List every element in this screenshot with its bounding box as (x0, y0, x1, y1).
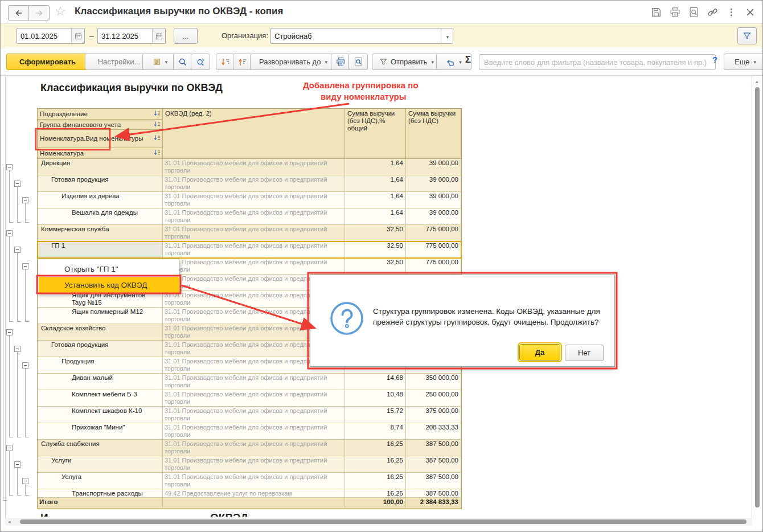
total-row[interactable]: Итого100,002 384 833,33 (38, 498, 461, 509)
sort-icon[interactable] (154, 134, 161, 141)
report-variant-button[interactable] (142, 54, 178, 70)
horizontal-scrollbar[interactable]: ◂ (5, 518, 752, 526)
name-cell[interactable]: ГП 1 (38, 242, 163, 258)
column-header-2[interactable]: Сумма выручки (без НДС) (406, 109, 461, 159)
print-button[interactable] (669, 6, 680, 18)
calendar-icon[interactable] (71, 29, 84, 43)
row-header-3[interactable]: Номенклатура (38, 148, 163, 159)
table-row[interactable]: Комплект шкафов К-1031.01 Производство м… (38, 407, 461, 423)
name-cell[interactable]: Услуга (38, 473, 163, 489)
get-link-button[interactable] (707, 6, 718, 18)
calendar-icon[interactable] (152, 29, 165, 43)
collapse-toggle-icon[interactable] (6, 445, 13, 451)
name-cell[interactable]: Ящик полимерный М12 (38, 308, 163, 324)
collapse-toggle-icon[interactable] (14, 346, 20, 352)
collapse-toggle-icon[interactable] (22, 362, 28, 369)
sort-icon[interactable] (154, 121, 161, 128)
sort-icon[interactable] (154, 149, 161, 156)
column-header-1[interactable]: Сумма выручки (без НДС),% общий (345, 109, 406, 159)
organization-field[interactable] (270, 28, 442, 44)
date-from-field[interactable] (17, 28, 85, 44)
collapse-groups-button[interactable] (216, 54, 235, 70)
name-cell[interactable]: Услуги (38, 456, 163, 473)
menu-item-set-okved[interactable]: Установить код ОКВЭД (39, 277, 179, 293)
table-row[interactable]: Прихожая "Мини"31.01 Производство мебели… (38, 423, 461, 440)
name-cell[interactable]: Прихожая "Мини" (38, 423, 163, 440)
collapse-toggle-icon[interactable] (14, 247, 20, 253)
forward-button[interactable] (28, 5, 50, 21)
print-preview-button[interactable] (688, 6, 699, 18)
expand-groups-button[interactable] (233, 54, 252, 70)
scroll-up-arrow-icon[interactable]: ▴ (756, 79, 758, 84)
expand-to-button[interactable]: Разворачивать до (250, 54, 337, 70)
search-next-button[interactable] (191, 54, 210, 70)
yes-button[interactable]: Да (519, 344, 560, 361)
date-to-input[interactable] (98, 32, 152, 40)
collapse-toggle-icon[interactable] (6, 164, 13, 170)
row-header-2[interactable]: Номенклатура.Вид номенклатуры (38, 130, 163, 148)
help-button[interactable]: ? (712, 55, 717, 64)
print-report-button[interactable] (331, 54, 350, 70)
table-row[interactable]: Служба снабжения31.01 Производство мебел… (38, 440, 461, 456)
name-cell[interactable]: Изделия из дерева (38, 192, 163, 208)
column-header-0[interactable]: ОКВЭД (ред. 2) (163, 109, 345, 159)
vertical-scrollbar[interactable]: ▴ (753, 77, 762, 526)
back-button[interactable] (8, 5, 29, 21)
collapse-toggle-icon[interactable] (22, 263, 28, 269)
no-button[interactable]: Нет (565, 345, 604, 361)
name-cell[interactable]: Транспортные расходы (38, 489, 163, 498)
search-button[interactable] (173, 54, 192, 70)
table-row[interactable]: Комплект мебели Б-331.01 Производство ме… (38, 390, 461, 407)
table-row[interactable]: Коммерческая служба31.01 Производство ме… (38, 225, 461, 242)
date-to-field[interactable] (97, 28, 166, 44)
name-cell[interactable]: Вешалка для одежды (38, 208, 163, 225)
table-row[interactable]: Дирекция31.01 Производство мебели для оф… (38, 159, 461, 175)
send-button[interactable]: Отправить (372, 54, 441, 70)
more-menu-button[interactable] (725, 6, 737, 18)
collapse-toggle-icon[interactable] (6, 329, 13, 335)
name-cell[interactable]: Комплект мебели Б-3 (38, 390, 163, 407)
collapse-toggle-icon[interactable] (14, 461, 20, 468)
table-row[interactable]: Услуга31.01 Производство мебели для офис… (38, 473, 461, 489)
name-cell[interactable]: Продукция (38, 357, 163, 374)
close-button[interactable] (744, 6, 756, 18)
collapse-toggle-icon[interactable] (22, 478, 28, 484)
sort-icon[interactable] (154, 110, 161, 117)
save-button[interactable] (650, 6, 662, 18)
table-row[interactable]: Услуги31.01 Производство мебели для офис… (38, 456, 461, 473)
table-row[interactable]: Диван малый31.01 Производство мебели для… (38, 374, 461, 390)
name-cell[interactable]: Служба снабжения (38, 440, 163, 456)
horizontal-scroll-thumb[interactable] (20, 519, 746, 524)
table-row[interactable]: Готовая продукция31.01 Производство мебе… (38, 175, 461, 192)
name-cell[interactable]: Готовая продукция (38, 341, 163, 357)
preview-report-button[interactable] (348, 54, 368, 70)
date-from-input[interactable] (17, 32, 71, 40)
period-more-button[interactable]: ... (174, 28, 198, 44)
collapse-toggle-icon[interactable] (6, 230, 13, 236)
organization-dropdown-button[interactable] (441, 28, 453, 44)
vertical-scroll-thumb[interactable] (755, 87, 760, 508)
row-header-1[interactable]: Группа финансового учета (38, 120, 163, 130)
collapse-toggle-icon[interactable] (22, 197, 28, 203)
generate-button[interactable]: Сформировать (6, 54, 89, 70)
scroll-left-arrow-icon[interactable]: ◂ (8, 519, 11, 525)
collapse-toggle-icon[interactable] (14, 181, 20, 187)
table-row[interactable]: Транспортные расходы49.42 Предоставление… (38, 489, 461, 498)
name-cell[interactable]: Складское хозяйство (38, 324, 163, 341)
table-row[interactable]: ГП 131.01 Производство мебели для офисов… (38, 242, 461, 258)
row-header-0[interactable]: Подразделение (38, 109, 163, 120)
more-actions-button[interactable]: Еще (724, 54, 763, 70)
favorite-star-icon[interactable]: ☆ (55, 4, 66, 19)
totals-sigma-button[interactable]: Σ (465, 54, 471, 66)
table-row[interactable]: Вешалка для одежды31.01 Производство меб… (38, 208, 461, 225)
quick-filter-input[interactable] (479, 54, 716, 70)
name-cell[interactable]: Дирекция (38, 159, 163, 175)
name-cell[interactable]: Диван малый (38, 374, 163, 390)
organization-input[interactable] (271, 32, 442, 40)
table-row[interactable]: Изделия из дерева31.01 Производство мебе… (38, 192, 461, 208)
name-cell[interactable]: Готовая продукция (38, 175, 163, 192)
name-cell[interactable]: Коммерческая служба (38, 225, 163, 242)
name-cell[interactable]: Комплект шкафов К-10 (38, 407, 163, 423)
filter-settings-button[interactable] (737, 27, 757, 44)
menu-item-open[interactable]: Открыть "ГП 1" (39, 261, 179, 277)
